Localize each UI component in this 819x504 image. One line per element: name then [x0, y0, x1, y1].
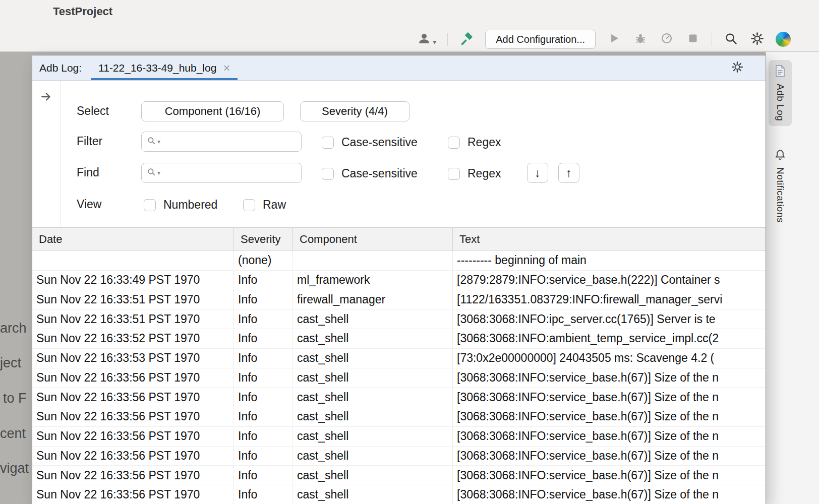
checkbox-label: Case-sensitive — [341, 136, 418, 149]
table-row[interactable]: Sun Nov 22 16:33:56 PST 1970 Info cast_s… — [32, 466, 766, 485]
cell-text: [3068:3068:INFO:ambient_temp_service_imp… — [452, 329, 766, 348]
log-table-header: Date Severity Component Text — [32, 228, 766, 251]
column-header-severity[interactable]: Severity — [233, 228, 292, 250]
ide-logo-icon[interactable] — [776, 32, 791, 47]
table-row[interactable]: Sun Nov 22 16:33:56 PST 1970 Info cast_s… — [32, 368, 766, 388]
cell-severity: Info — [233, 388, 292, 407]
add-configuration-button[interactable]: Add Configuration... — [485, 30, 596, 49]
chevron-down-icon[interactable]: ▾ — [157, 138, 160, 145]
cell-severity: Info — [233, 349, 292, 368]
debug-button[interactable] — [633, 32, 648, 47]
find-label: Find — [77, 166, 99, 179]
find-case-sensitive-checkbox[interactable]: Case-sensitive — [322, 167, 418, 180]
build-button[interactable] — [459, 32, 474, 47]
table-row[interactable]: Sun Nov 22 16:33:56 PST 1970 Info cast_s… — [32, 407, 766, 427]
tool-window-tab-label: Adb Log — [775, 84, 786, 121]
find-input[interactable] — [162, 167, 296, 179]
play-icon — [608, 32, 621, 47]
view-label: View — [77, 198, 101, 211]
filter-search-field[interactable]: ▾ — [141, 132, 302, 152]
table-row[interactable]: Sun Nov 22 16:33:56 PST 1970 Info cast_s… — [32, 388, 766, 407]
cell-component: cast_shell — [292, 466, 452, 485]
search-everywhere-button[interactable] — [723, 32, 738, 47]
log-file-tab-label: 11-22_16-33-49_hub_log — [98, 62, 216, 74]
cell-date: Sun Nov 22 16:33:56 PST 1970 — [32, 407, 233, 426]
user-menu-button[interactable]: ▾ — [417, 31, 436, 47]
cell-component — [292, 251, 452, 270]
profile-button[interactable] — [659, 32, 674, 47]
view-raw-checkbox[interactable]: Raw — [243, 198, 286, 212]
toolbar-separator — [447, 33, 448, 46]
gear-icon — [750, 32, 764, 47]
cell-severity: Info — [233, 329, 292, 348]
close-icon[interactable]: × — [223, 62, 230, 74]
adb-log-header: Adb Log: 11-22_16-33-49_hub_log × — [32, 55, 766, 81]
cell-date: Sun Nov 22 16:33:56 PST 1970 — [32, 368, 233, 388]
table-row[interactable]: Sun Nov 22 16:33:53 PST 1970 Info cast_s… — [32, 349, 766, 368]
view-numbered-checkbox[interactable]: Numbered — [144, 198, 217, 212]
table-row[interactable]: Sun Nov 22 16:33:56 PST 1970 Info cast_s… — [32, 427, 766, 447]
stop-button[interactable] — [685, 32, 700, 47]
window-title: TestProject — [53, 5, 112, 18]
cell-date: Sun Nov 22 16:33:56 PST 1970 — [32, 447, 233, 466]
table-row[interactable]: Sun Nov 22 16:33:51 PST 1970 Info cast_s… — [32, 309, 766, 329]
tool-window-tab-adb-log[interactable]: Adb Log — [769, 60, 792, 126]
checkbox-icon — [322, 168, 334, 180]
checkbox-label: Raw — [263, 198, 286, 212]
search-icon — [724, 32, 738, 47]
cell-component: ml_framework — [292, 271, 452, 290]
cell-text: [3068:3068:INFO:service_base.h(67)] Size… — [452, 407, 766, 426]
checkbox-label: Case-sensitive — [341, 167, 418, 180]
bell-icon — [774, 149, 786, 163]
table-row[interactable]: Sun Nov 22 16:33:51 PST 1970 Info firewa… — [32, 290, 766, 310]
cell-severity: Info — [233, 447, 292, 466]
table-row[interactable]: Sun Nov 22 16:33:49 PST 1970 Info ml_fra… — [32, 271, 766, 290]
settings-button[interactable] — [749, 32, 765, 47]
severity-filter-button[interactable]: Severity (4/4) — [300, 101, 410, 121]
cell-text: [3068:3068:INFO:service_base.h(67)] Size… — [452, 485, 766, 504]
search-icon — [147, 167, 156, 178]
filter-case-sensitive-checkbox[interactable]: Case-sensitive — [322, 136, 418, 149]
hide-filters-button[interactable] — [39, 90, 53, 104]
run-button[interactable] — [607, 32, 622, 47]
checkbox-icon — [448, 137, 460, 149]
column-header-text[interactable]: Text — [452, 228, 766, 250]
cell-component: cast_shell — [292, 407, 452, 426]
find-regex-checkbox[interactable]: Regex — [448, 167, 501, 180]
cell-text: [1122/163351.083729:INFO:firewall_manage… — [452, 290, 766, 309]
search-icon — [147, 136, 156, 147]
panel-settings-button[interactable] — [731, 61, 743, 75]
background-text-fragment: cent — [0, 426, 26, 442]
table-row[interactable]: (none) --------- beginning of main — [32, 251, 766, 271]
find-next-button[interactable]: ↓ — [527, 163, 548, 183]
find-search-field[interactable]: ▾ — [141, 163, 302, 183]
checkbox-label: Regex — [467, 167, 501, 180]
log-table-body: (none) --------- beginning of main Sun N… — [32, 251, 766, 504]
table-row[interactable]: Sun Nov 22 16:33:56 PST 1970 Info cast_s… — [32, 447, 766, 466]
log-file-tab[interactable]: 11-22_16-33-49_hub_log × — [91, 55, 238, 80]
user-icon — [417, 31, 431, 47]
column-header-component[interactable]: Component — [292, 228, 452, 250]
cell-component: cast_shell — [292, 427, 452, 446]
table-row[interactable]: Sun Nov 22 16:33:56 PST 1970 Info cast_s… — [32, 485, 766, 504]
cell-component: cast_shell — [292, 329, 452, 348]
cell-severity: Info — [233, 466, 292, 485]
checkbox-icon — [144, 199, 156, 211]
filter-label: Filter — [77, 135, 102, 148]
filter-panel: Select Component (16/16) Severity (4/4) … — [32, 81, 766, 228]
filter-input[interactable] — [162, 136, 296, 148]
cell-text: [3068:3068:INFO:service_base.h(67)] Size… — [452, 368, 766, 388]
find-previous-button[interactable]: ↑ — [558, 163, 579, 183]
cell-component: cast_shell — [292, 309, 452, 329]
background-text-fragment: ject — [0, 355, 21, 371]
tool-window-tab-notifications[interactable]: Notifications — [769, 144, 792, 228]
header-actions — [731, 61, 756, 75]
table-row[interactable]: Sun Nov 22 16:33:52 PST 1970 Info cast_s… — [32, 329, 766, 349]
select-label: Select — [77, 104, 109, 118]
column-header-date[interactable]: Date — [32, 228, 233, 250]
chevron-down-icon[interactable]: ▾ — [157, 169, 160, 176]
background-text-fragment: arch — [0, 321, 27, 336]
gauge-icon — [660, 32, 673, 47]
component-filter-button[interactable]: Component (16/16) — [141, 101, 284, 121]
filter-regex-checkbox[interactable]: Regex — [448, 136, 501, 149]
